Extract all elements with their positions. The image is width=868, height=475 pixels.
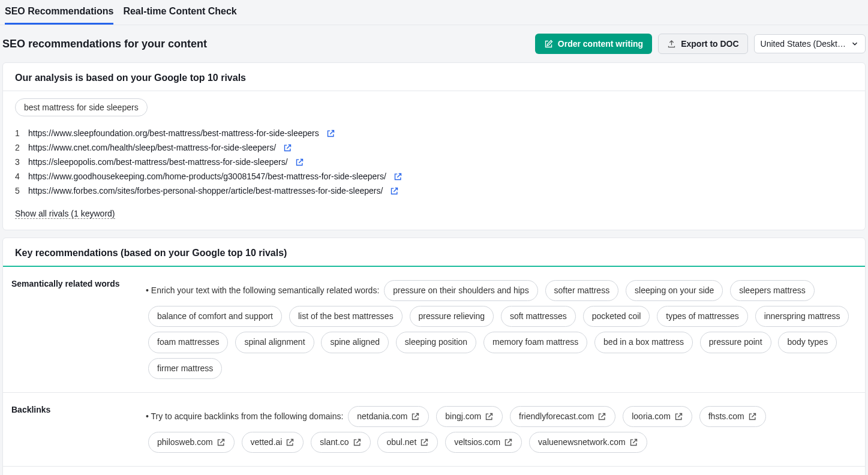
backlink-domain-pill[interactable]: vetted.ai bbox=[242, 432, 304, 453]
external-link-icon bbox=[283, 143, 292, 152]
keyword-pill[interactable]: best mattress for side sleepers bbox=[15, 98, 148, 116]
external-link-icon bbox=[485, 412, 494, 421]
rival-number: 1 bbox=[15, 128, 21, 138]
rec-label-backlinks: Backlinks bbox=[3, 393, 146, 466]
export-doc-label: Export to DOC bbox=[681, 39, 738, 49]
rival-url-link[interactable]: https://www.goodhousekeeping.com/home-pr… bbox=[28, 172, 386, 181]
backlink-domain-pill[interactable]: netdania.com bbox=[348, 406, 429, 427]
external-link-icon bbox=[420, 438, 429, 447]
external-link-icon bbox=[390, 187, 399, 196]
rival-row: 5https://www.forbes.com/sites/forbes-per… bbox=[15, 184, 853, 198]
semantic-word-pill[interactable]: spine aligned bbox=[321, 332, 389, 353]
semantic-word-pill[interactable]: sleeping on your side bbox=[626, 280, 723, 301]
rec-label-readability: Readability bbox=[3, 467, 146, 475]
backlink-domain-pill[interactable]: friendlyforecast.com bbox=[510, 406, 615, 427]
external-link-icon bbox=[326, 129, 335, 138]
rec-row-semantic: Semantically related words • Enrich your… bbox=[3, 267, 865, 393]
backlink-domain-pill[interactable]: looria.com bbox=[623, 406, 692, 427]
rec-content-semantic: • Enrich your text with the following se… bbox=[146, 267, 865, 392]
backlink-domain-text: netdania.com bbox=[357, 409, 407, 424]
backlink-domain-text: slant.co bbox=[320, 435, 349, 450]
backlink-domain-pill[interactable]: fhsts.com bbox=[699, 406, 766, 427]
backlink-domain-text: looria.com bbox=[632, 409, 671, 424]
semantic-word-pill[interactable]: pressure on their shoulders and hips bbox=[384, 280, 537, 301]
external-link-icon bbox=[411, 412, 420, 421]
external-link-icon bbox=[748, 412, 757, 421]
external-link-icon bbox=[217, 438, 226, 447]
page-title: SEO recommendations for your content bbox=[2, 38, 207, 50]
rival-row: 2https://www.cnet.com/health/sleep/best-… bbox=[15, 140, 853, 155]
semantic-word-pill[interactable]: bed in a box mattress bbox=[594, 332, 693, 353]
export-doc-button[interactable]: Export to DOC bbox=[658, 34, 747, 54]
semantic-lead-text: • Enrich your text with the following se… bbox=[146, 285, 379, 295]
semantic-word-pill[interactable]: list of the best mattresses bbox=[289, 306, 403, 327]
backlink-domain-pill[interactable]: slant.co bbox=[311, 432, 370, 453]
rival-number: 5 bbox=[15, 186, 21, 196]
external-link-icon bbox=[674, 412, 683, 421]
rival-number: 4 bbox=[15, 172, 21, 181]
page-header: SEO recommendations for your content Ord… bbox=[0, 25, 868, 62]
semantic-word-pill[interactable]: memory foam mattress bbox=[483, 332, 587, 353]
rival-open-link[interactable] bbox=[394, 172, 403, 181]
rival-open-link[interactable] bbox=[390, 187, 399, 196]
rival-open-link[interactable] bbox=[283, 143, 292, 152]
edit-icon bbox=[544, 40, 553, 49]
rec-row-readability: Readability • Average readability score … bbox=[3, 467, 865, 475]
backlink-domain-text: philosweb.com bbox=[157, 435, 213, 450]
external-link-icon bbox=[286, 438, 295, 447]
tabs-bar: SEO Recommendations Real-time Content Ch… bbox=[0, 0, 868, 25]
external-link-icon bbox=[353, 438, 362, 447]
backlink-domain-pill[interactable]: philosweb.com bbox=[148, 432, 235, 453]
rival-number: 3 bbox=[15, 157, 21, 167]
backlink-domain-pill[interactable]: veltsios.com bbox=[445, 432, 522, 453]
header-actions: Order content writing Export to DOC Unit… bbox=[535, 34, 866, 54]
rival-row: 1https://www.sleepfoundation.org/best-ma… bbox=[15, 126, 853, 140]
backlink-domain-text: veltsios.com bbox=[454, 435, 500, 450]
rival-url-link[interactable]: https://www.cnet.com/health/sleep/best-m… bbox=[28, 143, 276, 152]
order-content-button[interactable]: Order content writing bbox=[535, 34, 652, 54]
region-select[interactable]: United States (Deskt… bbox=[754, 34, 866, 53]
external-link-icon bbox=[504, 438, 513, 447]
analysis-heading: Our analysis is based on your Google top… bbox=[3, 63, 865, 91]
rivals-list: 1https://www.sleepfoundation.org/best-ma… bbox=[3, 116, 865, 200]
semantic-word-pill[interactable]: innerspring mattress bbox=[755, 306, 849, 327]
backlink-domain-pill[interactable]: obul.net bbox=[377, 432, 438, 453]
rival-row: 3https://sleepopolis.com/best-mattress/b… bbox=[15, 155, 853, 169]
rival-open-link[interactable] bbox=[295, 158, 304, 167]
analysis-panel: Our analysis is based on your Google top… bbox=[2, 62, 866, 230]
semantic-word-pill[interactable]: softer mattress bbox=[545, 280, 619, 301]
rival-url-link[interactable]: https://www.sleepfoundation.org/best-mat… bbox=[28, 128, 319, 138]
semantic-word-pill[interactable]: soft mattresses bbox=[501, 306, 576, 327]
backlink-domain-pill[interactable]: bingj.com bbox=[436, 406, 503, 427]
chevron-down-icon bbox=[851, 40, 859, 48]
rival-open-link[interactable] bbox=[326, 129, 335, 138]
rec-label-semantic: Semantically related words bbox=[3, 267, 146, 392]
key-recs-heading: Key recommendations (based on your Googl… bbox=[3, 238, 865, 267]
semantic-word-pill[interactable]: body types bbox=[778, 332, 837, 353]
tab-realtime-check[interactable]: Real-time Content Check bbox=[123, 0, 236, 25]
semantic-word-pill[interactable]: types of mattresses bbox=[657, 306, 747, 327]
backlink-domain-pill[interactable]: valuenewsnetwork.com bbox=[529, 432, 647, 453]
rival-url-link[interactable]: https://sleepopolis.com/best-mattress/be… bbox=[28, 157, 288, 167]
external-link-icon bbox=[629, 438, 638, 447]
backlink-domain-text: bingj.com bbox=[445, 409, 481, 424]
semantic-word-pill[interactable]: spinal alignment bbox=[235, 332, 314, 353]
semantic-word-pill[interactable]: balance of comfort and support bbox=[148, 306, 282, 327]
key-recommendations-panel: Key recommendations (based on your Googl… bbox=[2, 237, 866, 475]
semantic-word-pill[interactable]: foam mattresses bbox=[148, 332, 228, 353]
show-all-rivals-link[interactable]: Show all rivals (1 keyword) bbox=[15, 209, 115, 219]
order-content-label: Order content writing bbox=[558, 39, 643, 49]
upload-icon bbox=[667, 40, 676, 49]
semantic-word-pill[interactable]: firmer mattress bbox=[148, 358, 222, 379]
backlink-domain-text: valuenewsnetwork.com bbox=[538, 435, 626, 450]
backlink-domain-text: vetted.ai bbox=[251, 435, 283, 450]
rival-url-link[interactable]: https://www.forbes.com/sites/forbes-pers… bbox=[28, 186, 383, 196]
tab-seo-recommendations[interactable]: SEO Recommendations bbox=[5, 0, 113, 25]
semantic-word-pill[interactable]: sleeping position bbox=[396, 332, 476, 353]
rec-content-readability: • Average readability score of top 10 UR… bbox=[146, 467, 865, 475]
semantic-word-pill[interactable]: pressure relieving bbox=[410, 306, 494, 327]
semantic-word-pill[interactable]: pocketed coil bbox=[583, 306, 650, 327]
semantic-word-pill[interactable]: sleepers mattress bbox=[730, 280, 814, 301]
backlink-domain-text: fhsts.com bbox=[708, 409, 744, 424]
semantic-word-pill[interactable]: pressure point bbox=[700, 332, 771, 353]
